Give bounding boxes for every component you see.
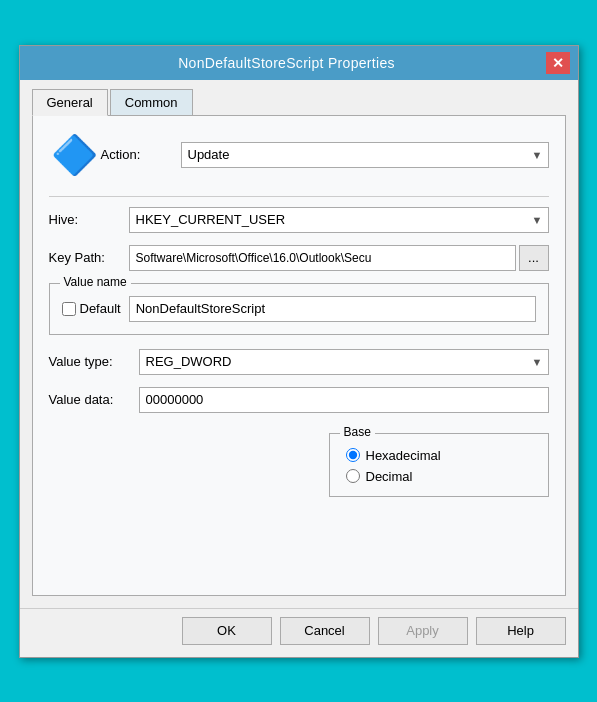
value-type-row: Value type: REG_DWORD REG_SZ REG_BINARY …: [49, 349, 549, 375]
window-title: NonDefaultStoreScript Properties: [28, 55, 546, 71]
registry-icon-area: 🔷: [49, 130, 101, 180]
default-label: Default: [80, 301, 121, 316]
cancel-button[interactable]: Cancel: [280, 617, 370, 645]
value-type-dropdown-wrapper: REG_DWORD REG_SZ REG_BINARY REG_QWORD ▼: [139, 349, 549, 375]
properties-dialog: NonDefaultStoreScript Properties ✕ Gener…: [19, 45, 579, 658]
hive-row: Hive: HKEY_CURRENT_USER HKEY_LOCAL_MACHI…: [49, 207, 549, 233]
decimal-row: Decimal: [346, 469, 532, 484]
apply-button[interactable]: Apply: [378, 617, 468, 645]
tab-common[interactable]: Common: [110, 89, 193, 116]
value-data-row: Value data:: [49, 387, 549, 413]
separator-1: [49, 196, 549, 197]
action-dropdown[interactable]: Update Create Delete Replace: [181, 142, 549, 168]
hexadecimal-label: Hexadecimal: [366, 448, 441, 463]
decimal-radio[interactable]: [346, 469, 360, 483]
action-dropdown-wrapper: Update Create Delete Replace ▼: [181, 142, 549, 168]
value-name-legend: Value name: [60, 275, 131, 289]
key-path-label: Key Path:: [49, 250, 129, 265]
tab-general[interactable]: General: [32, 89, 108, 116]
action-row: 🔷 Action: Update Create Delete Replace ▼: [49, 130, 549, 180]
browse-button[interactable]: ...: [519, 245, 549, 271]
value-name-row: Default: [62, 296, 536, 322]
key-path-input[interactable]: [129, 245, 516, 271]
key-path-row: Key Path: ...: [49, 245, 549, 271]
hive-dropdown-wrapper: HKEY_CURRENT_USER HKEY_LOCAL_MACHINE HKE…: [129, 207, 549, 233]
button-bar: OK Cancel Apply Help: [20, 608, 578, 657]
content-area: General Common 🔷 Action: Update Create D…: [20, 80, 578, 608]
value-name-input[interactable]: [129, 296, 536, 322]
value-name-group: Value name Default: [49, 283, 549, 335]
value-type-dropdown[interactable]: REG_DWORD REG_SZ REG_BINARY REG_QWORD: [139, 349, 549, 375]
base-legend: Base: [340, 425, 375, 439]
value-type-label: Value type:: [49, 354, 139, 369]
tab-strip: General Common: [32, 88, 566, 116]
value-data-label: Value data:: [49, 392, 139, 407]
decimal-label: Decimal: [366, 469, 413, 484]
default-checkbox[interactable]: [62, 302, 76, 316]
hive-label: Hive:: [49, 212, 129, 227]
title-bar: NonDefaultStoreScript Properties ✕: [20, 46, 578, 80]
hexadecimal-row: Hexadecimal: [346, 448, 532, 463]
ok-button[interactable]: OK: [182, 617, 272, 645]
value-data-input[interactable]: [139, 387, 549, 413]
registry-icon: 🔷: [51, 133, 98, 177]
default-checkbox-wrapper: Default: [62, 301, 121, 316]
hexadecimal-radio[interactable]: [346, 448, 360, 462]
hive-dropdown[interactable]: HKEY_CURRENT_USER HKEY_LOCAL_MACHINE HKE…: [129, 207, 549, 233]
tab-panel-general: 🔷 Action: Update Create Delete Replace ▼…: [32, 116, 566, 596]
action-label: Action:: [101, 147, 181, 162]
help-button[interactable]: Help: [476, 617, 566, 645]
base-group: Base Hexadecimal Decimal: [329, 433, 549, 497]
close-button[interactable]: ✕: [546, 52, 570, 74]
